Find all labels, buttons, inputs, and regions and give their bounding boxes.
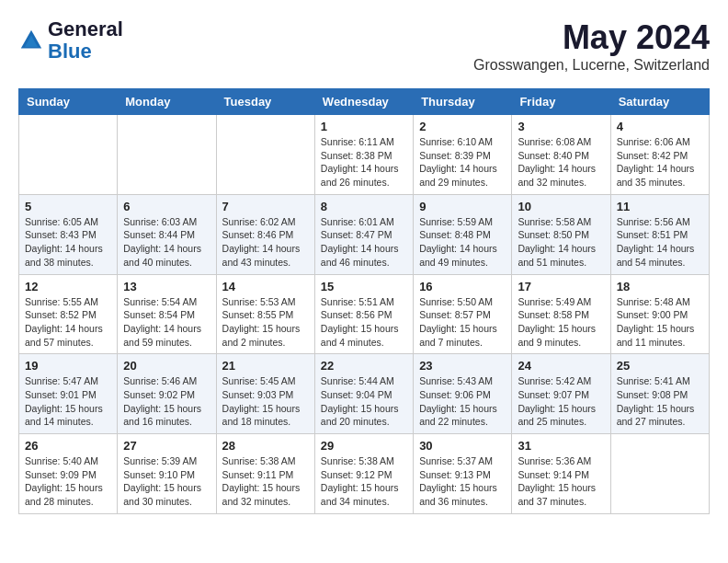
logo-blue-text: Blue (48, 40, 92, 63)
day-number: 9 (419, 200, 506, 213)
day-cell (118, 115, 216, 195)
day-number: 30 (419, 439, 506, 453)
day-info: Sunrise: 5:47 AM Sunset: 9:01 PM Dayligh… (25, 374, 111, 429)
day-number: 12 (25, 280, 111, 293)
day-number: 26 (25, 439, 111, 453)
day-cell: 9Sunrise: 5:59 AM Sunset: 8:48 PM Daylig… (414, 194, 512, 274)
col-header-wednesday: Wednesday (314, 89, 413, 115)
day-info: Sunrise: 5:49 AM Sunset: 8:58 PM Dayligh… (518, 295, 604, 350)
day-info: Sunrise: 6:02 AM Sunset: 8:46 PM Dayligh… (222, 215, 309, 270)
day-number: 1 (321, 120, 407, 133)
day-info: Sunrise: 5:50 AM Sunset: 8:57 PM Dayligh… (419, 295, 506, 350)
day-info: Sunrise: 5:38 AM Sunset: 9:11 PM Dayligh… (222, 454, 309, 509)
day-info: Sunrise: 5:51 AM Sunset: 8:56 PM Dayligh… (321, 295, 407, 350)
day-number: 21 (222, 359, 309, 373)
day-cell: 4Sunrise: 6:06 AM Sunset: 8:42 PM Daylig… (610, 115, 709, 195)
logo-general: General (48, 17, 123, 40)
col-header-sunday: Sunday (19, 89, 118, 115)
header: General Blue May 2024 Grosswangen, Lucer… (18, 18, 710, 74)
day-info: Sunrise: 5:56 AM Sunset: 8:51 PM Dayligh… (617, 215, 703, 270)
day-cell: 3Sunrise: 6:08 AM Sunset: 8:40 PM Daylig… (512, 115, 610, 195)
col-header-tuesday: Tuesday (216, 89, 314, 115)
day-cell: 8Sunrise: 6:01 AM Sunset: 8:47 PM Daylig… (314, 194, 413, 274)
day-info: Sunrise: 6:10 AM Sunset: 8:39 PM Dayligh… (419, 135, 506, 190)
logo-icon (18, 28, 44, 53)
day-cell (19, 115, 118, 195)
col-header-thursday: Thursday (414, 89, 512, 115)
day-info: Sunrise: 6:05 AM Sunset: 8:43 PM Dayligh… (25, 215, 111, 270)
day-cell: 30Sunrise: 5:37 AM Sunset: 9:13 PM Dayli… (414, 434, 512, 514)
title-area: May 2024 Grosswangen, Lucerne, Switzerla… (473, 18, 710, 74)
day-info: Sunrise: 5:54 AM Sunset: 8:54 PM Dayligh… (123, 295, 210, 350)
header-row: SundayMondayTuesdayWednesdayThursdayFrid… (19, 89, 710, 115)
col-header-saturday: Saturday (610, 89, 709, 115)
day-number: 2 (419, 120, 506, 133)
day-cell: 18Sunrise: 5:48 AM Sunset: 9:00 PM Dayli… (610, 274, 709, 354)
day-number: 31 (518, 439, 604, 453)
day-info: Sunrise: 5:36 AM Sunset: 9:14 PM Dayligh… (518, 454, 604, 509)
day-info: Sunrise: 5:43 AM Sunset: 9:06 PM Dayligh… (419, 374, 506, 429)
day-cell: 19Sunrise: 5:47 AM Sunset: 9:01 PM Dayli… (19, 354, 118, 434)
day-cell: 16Sunrise: 5:50 AM Sunset: 8:57 PM Dayli… (414, 274, 512, 354)
day-cell: 20Sunrise: 5:46 AM Sunset: 9:02 PM Dayli… (118, 354, 216, 434)
week-row-4: 19Sunrise: 5:47 AM Sunset: 9:01 PM Dayli… (19, 354, 710, 434)
calendar-table: SundayMondayTuesdayWednesdayThursdayFrid… (18, 88, 710, 514)
day-number: 3 (518, 120, 604, 133)
day-info: Sunrise: 5:42 AM Sunset: 9:07 PM Dayligh… (518, 374, 604, 429)
day-info: Sunrise: 5:44 AM Sunset: 9:04 PM Dayligh… (321, 374, 407, 429)
day-info: Sunrise: 5:55 AM Sunset: 8:52 PM Dayligh… (25, 295, 111, 350)
day-cell: 12Sunrise: 5:55 AM Sunset: 8:52 PM Dayli… (19, 274, 118, 354)
day-info: Sunrise: 6:06 AM Sunset: 8:42 PM Dayligh… (617, 135, 703, 190)
day-number: 14 (222, 280, 309, 293)
day-info: Sunrise: 5:45 AM Sunset: 9:03 PM Dayligh… (222, 374, 309, 429)
day-number: 15 (321, 280, 407, 293)
day-cell (216, 115, 314, 195)
week-row-1: 1Sunrise: 6:11 AM Sunset: 8:38 PM Daylig… (19, 115, 710, 195)
day-number: 13 (123, 280, 210, 293)
day-info: Sunrise: 6:11 AM Sunset: 8:38 PM Dayligh… (321, 135, 407, 190)
day-info: Sunrise: 5:48 AM Sunset: 9:00 PM Dayligh… (617, 295, 703, 350)
day-number: 11 (617, 200, 703, 213)
day-number: 20 (123, 359, 210, 373)
logo-text-blue: Blue (48, 40, 123, 63)
day-cell: 31Sunrise: 5:36 AM Sunset: 9:14 PM Dayli… (512, 434, 610, 514)
week-row-2: 5Sunrise: 6:05 AM Sunset: 8:43 PM Daylig… (19, 194, 710, 274)
day-number: 22 (321, 359, 407, 373)
day-number: 8 (321, 200, 407, 213)
day-info: Sunrise: 5:58 AM Sunset: 8:50 PM Dayligh… (518, 215, 604, 270)
day-cell: 7Sunrise: 6:02 AM Sunset: 8:46 PM Daylig… (216, 194, 314, 274)
day-number: 23 (419, 359, 506, 373)
day-cell: 23Sunrise: 5:43 AM Sunset: 9:06 PM Dayli… (414, 354, 512, 434)
day-cell: 26Sunrise: 5:40 AM Sunset: 9:09 PM Dayli… (19, 434, 118, 514)
day-cell: 21Sunrise: 5:45 AM Sunset: 9:03 PM Dayli… (216, 354, 314, 434)
day-info: Sunrise: 5:46 AM Sunset: 9:02 PM Dayligh… (123, 374, 210, 429)
day-cell: 1Sunrise: 6:11 AM Sunset: 8:38 PM Daylig… (314, 115, 413, 195)
day-cell: 22Sunrise: 5:44 AM Sunset: 9:04 PM Dayli… (314, 354, 413, 434)
day-cell: 17Sunrise: 5:49 AM Sunset: 8:58 PM Dayli… (512, 274, 610, 354)
day-info: Sunrise: 5:39 AM Sunset: 9:10 PM Dayligh… (123, 454, 210, 509)
day-cell: 2Sunrise: 6:10 AM Sunset: 8:39 PM Daylig… (414, 115, 512, 195)
day-cell (610, 434, 709, 514)
day-cell: 13Sunrise: 5:54 AM Sunset: 8:54 PM Dayli… (118, 274, 216, 354)
week-row-3: 12Sunrise: 5:55 AM Sunset: 8:52 PM Dayli… (19, 274, 710, 354)
day-number: 18 (617, 280, 703, 293)
day-cell: 27Sunrise: 5:39 AM Sunset: 9:10 PM Dayli… (118, 434, 216, 514)
day-info: Sunrise: 5:38 AM Sunset: 9:12 PM Dayligh… (321, 454, 407, 509)
week-row-5: 26Sunrise: 5:40 AM Sunset: 9:09 PM Dayli… (19, 434, 710, 514)
day-cell: 24Sunrise: 5:42 AM Sunset: 9:07 PM Dayli… (512, 354, 610, 434)
day-number: 6 (123, 200, 210, 213)
day-cell: 28Sunrise: 5:38 AM Sunset: 9:11 PM Dayli… (216, 434, 314, 514)
day-info: Sunrise: 5:37 AM Sunset: 9:13 PM Dayligh… (419, 454, 506, 509)
logo: General Blue (18, 18, 123, 63)
day-number: 25 (617, 359, 703, 373)
day-cell: 5Sunrise: 6:05 AM Sunset: 8:43 PM Daylig… (19, 194, 118, 274)
day-cell: 14Sunrise: 5:53 AM Sunset: 8:55 PM Dayli… (216, 274, 314, 354)
logo-text-general: General (48, 18, 123, 40)
day-number: 19 (25, 359, 111, 373)
day-info: Sunrise: 5:41 AM Sunset: 9:08 PM Dayligh… (617, 374, 703, 429)
day-cell: 29Sunrise: 5:38 AM Sunset: 9:12 PM Dayli… (314, 434, 413, 514)
day-info: Sunrise: 6:01 AM Sunset: 8:47 PM Dayligh… (321, 215, 407, 270)
month-title: May 2024 (473, 18, 710, 57)
day-number: 17 (518, 280, 604, 293)
day-info: Sunrise: 6:08 AM Sunset: 8:40 PM Dayligh… (518, 135, 604, 190)
